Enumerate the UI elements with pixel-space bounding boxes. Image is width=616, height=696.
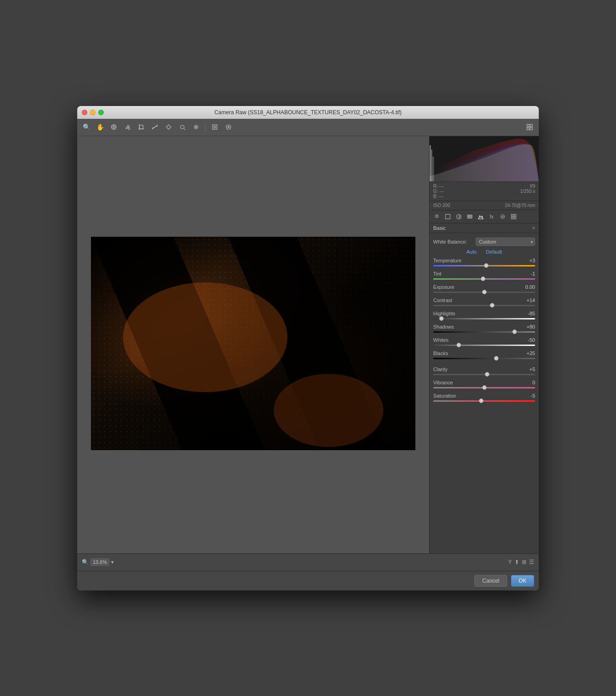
slider-row-saturation: Saturation-5 — [430, 391, 539, 404]
svg-rect-39 — [514, 217, 516, 219]
slider-track-contrast[interactable] — [433, 305, 535, 306]
slider-track-clarity[interactable] — [433, 374, 535, 375]
photo — [91, 237, 415, 450]
slider-value-highlights: -85 — [521, 311, 535, 316]
auto-default-row: Auto Default — [430, 248, 539, 256]
hand-tool[interactable]: ✋ — [95, 122, 106, 133]
slider-track-highlights[interactable] — [433, 318, 535, 319]
section-title: Basic — [433, 225, 446, 231]
camera-info: ISO 200 24-70@70 mm — [430, 201, 539, 210]
svg-point-10 — [181, 125, 184, 129]
slider-thumb-temperature[interactable] — [484, 263, 489, 268]
white-balance-label: White Balance: — [433, 239, 467, 244]
transform-tool[interactable] — [163, 122, 174, 133]
crop-tool[interactable] — [136, 122, 147, 133]
zoom-dropdown-icon[interactable]: ▾ — [111, 559, 114, 565]
maximize-button[interactable] — [98, 110, 104, 115]
slider-label-saturation: Saturation — [433, 393, 456, 398]
slider-value-temperature: +3 — [521, 258, 535, 263]
svg-rect-27 — [431, 149, 432, 181]
zoom-in-icon[interactable]: 🔍 — [82, 559, 89, 565]
slider-track-whites[interactable] — [433, 345, 535, 346]
svg-rect-4 — [139, 125, 143, 129]
r-value: R: --- — [433, 184, 444, 189]
default-button[interactable]: Default — [486, 249, 502, 255]
zoom-tool[interactable]: 🔍 — [81, 122, 92, 133]
shutter-value: 1/250 s — [520, 189, 535, 194]
slider-thumb-highlights[interactable] — [439, 316, 444, 321]
compare-icon[interactable]: ⊞ — [522, 559, 526, 565]
slider-value-saturation: -5 — [521, 393, 535, 398]
iso-value: ISO 200 — [433, 203, 450, 208]
tone-panel-icon[interactable] — [454, 212, 463, 221]
slider-thumb-exposure[interactable] — [482, 290, 487, 294]
flag-icon[interactable]: ⬆ — [515, 559, 519, 565]
zoom-control: 🔍 13.6% ▾ — [82, 558, 114, 566]
svg-rect-21 — [530, 128, 532, 130]
svg-point-24 — [123, 282, 287, 392]
settings-panel-icon[interactable]: ⚙ — [432, 212, 441, 221]
slider-label-temperature: Temperature — [433, 258, 462, 263]
calibration-panel-icon[interactable] — [498, 212, 507, 221]
crop-panel-icon[interactable] — [443, 212, 452, 221]
slider-thumb-tint[interactable] — [481, 276, 485, 281]
toolbar: 🔍 ✋ — [77, 119, 539, 136]
redeye-tool[interactable] — [191, 122, 202, 133]
spot-removal-tool[interactable] — [177, 122, 188, 133]
slider-track-temperature[interactable] — [433, 265, 535, 266]
svg-point-35 — [502, 216, 504, 217]
slider-label-vibrance: Vibrance — [433, 380, 453, 385]
slider-row-vibrance: Vibrance0 — [430, 378, 539, 391]
svg-rect-31 — [467, 215, 473, 216]
lens-value: 24-70@70 mm — [505, 203, 535, 208]
section-menu-icon[interactable]: ≡ — [532, 225, 535, 230]
toolbar-divider — [205, 123, 206, 131]
photo-container — [91, 237, 415, 450]
white-balance-select[interactable]: Custom As Shot Auto Daylight Cloudy — [476, 238, 535, 246]
rating-icon[interactable]: Y — [508, 559, 512, 565]
preferences-tool[interactable] — [223, 122, 234, 133]
slider-thumb-shadows[interactable] — [512, 329, 517, 334]
presets-panel-icon[interactable] — [509, 212, 518, 221]
svg-line-7 — [153, 126, 157, 128]
action-buttons: Cancel OK — [77, 571, 539, 590]
slider-thumb-contrast[interactable] — [490, 303, 494, 308]
cancel-button[interactable]: Cancel — [474, 575, 507, 587]
full-screen-toggle[interactable] — [524, 122, 535, 133]
slider-thumb-whites[interactable] — [457, 343, 461, 347]
mask-tool[interactable] — [209, 122, 220, 133]
close-button[interactable] — [82, 110, 87, 115]
slider-value-contrast: +14 — [521, 298, 535, 303]
slider-row-tint: Tint-1 — [430, 269, 539, 282]
svg-rect-20 — [527, 128, 529, 130]
slider-row-shadows: Shadows+80 — [430, 322, 539, 335]
color-sampler-tool[interactable] — [122, 122, 133, 133]
svg-rect-36 — [511, 214, 513, 216]
white-balance-tool[interactable] — [108, 122, 119, 133]
slider-track-saturation[interactable] — [433, 400, 535, 402]
slider-thumb-blacks[interactable] — [494, 356, 499, 361]
slider-value-tint: -1 — [521, 271, 535, 276]
slider-track-exposure[interactable] — [433, 292, 535, 293]
slideshow-icon[interactable]: ☰ — [529, 559, 534, 565]
slider-thumb-clarity[interactable] — [485, 372, 489, 377]
minimize-button[interactable] — [90, 110, 96, 115]
slider-track-blacks[interactable] — [433, 358, 535, 359]
slider-thumb-saturation[interactable] — [479, 398, 483, 403]
zoom-value[interactable]: 13.6% — [90, 558, 109, 566]
basic-panel-icon[interactable] — [476, 212, 485, 221]
auto-button[interactable]: Auto — [467, 249, 477, 255]
white-balance-row: White Balance: Custom As Shot Auto Dayli… — [430, 236, 539, 248]
panel-section-header: Basic ≡ — [430, 223, 539, 233]
fx-panel-icon[interactable]: fx — [487, 212, 496, 221]
canvas-area[interactable] — [77, 136, 429, 553]
ok-button[interactable]: OK — [511, 575, 534, 587]
slider-track-tint[interactable] — [433, 278, 535, 280]
slider-track-vibrance[interactable] — [433, 387, 535, 388]
straighten-tool[interactable] — [149, 122, 160, 133]
slider-label-whites: Whites — [433, 337, 449, 343]
svg-rect-28 — [432, 156, 434, 181]
slider-thumb-vibrance[interactable] — [482, 385, 487, 390]
slider-track-shadows[interactable] — [433, 331, 535, 333]
hsl-panel-icon[interactable] — [465, 212, 474, 221]
